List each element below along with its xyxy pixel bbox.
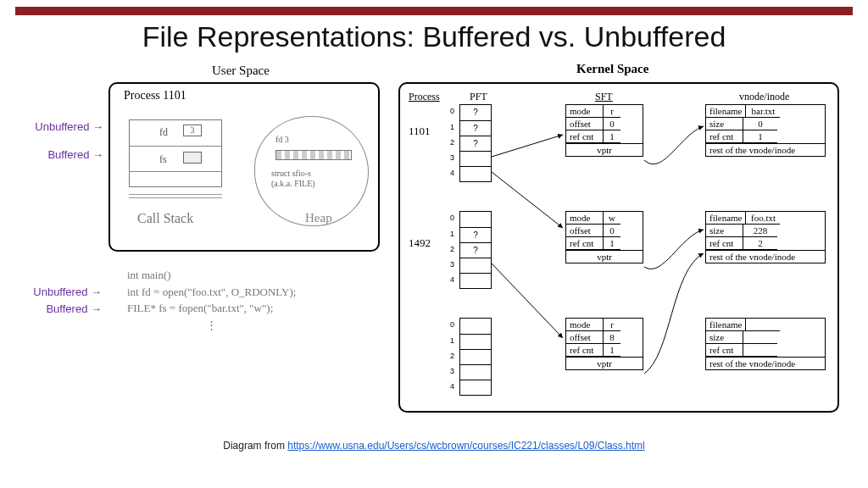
- title-bar: [15, 7, 853, 15]
- hdr-sft: SFT: [595, 91, 613, 103]
- heap-fd-label: fd 3: [275, 135, 289, 144]
- kernel-space-label: Kernel Space: [576, 62, 648, 76]
- slide-title: File Representations: Buffered vs. Unbuf…: [0, 20, 868, 53]
- sft-3: moder offset8 ref cnt1 vptr: [565, 318, 643, 370]
- fs-value-box: [183, 152, 202, 164]
- annot-unbuffered-2: Unbuffered: [25, 286, 102, 298]
- hdr-pft: PFT: [470, 91, 487, 103]
- pft-1101: 0? 1? 2? 3 4: [459, 104, 492, 182]
- hdr-process: Process: [409, 91, 440, 103]
- fd-label: fd: [159, 126, 168, 139]
- svg-line-1: [492, 172, 563, 228]
- annot-buffered-2: Buffered: [25, 302, 102, 315]
- pft-3: 0 1 2 3 4: [459, 318, 492, 396]
- vnode-1: filenamebar.txt size0 ref cnt1 rest of t…: [705, 104, 826, 157]
- diagram-area: User Space Kernel Space Unbuffered Buffe…: [0, 57, 868, 455]
- user-space-label: User Space: [212, 64, 270, 78]
- pid-1492: 1492: [409, 236, 431, 250]
- fd-value-box: 3: [183, 125, 202, 136]
- process-label: Process 1101: [124, 89, 186, 103]
- vnode-2: filenamefoo.txt size228 ref cnt2 rest of…: [705, 211, 826, 263]
- user-space-box: Process 1101 fd 3 fs Call Stack fd 3 str…: [108, 82, 380, 252]
- footer-prefix: Diagram from: [223, 440, 287, 452]
- pid-1101: 1101: [409, 125, 431, 138]
- heap-label: Heap: [305, 211, 332, 225]
- svg-line-0: [492, 135, 563, 157]
- source-footer: Diagram from https://www.usna.edu/Users/…: [0, 440, 868, 452]
- call-stack-label: Call Stack: [137, 211, 193, 226]
- stack-base: [129, 194, 222, 201]
- call-stack-frame: [129, 119, 222, 187]
- sft-1: moder offset0 ref cnt1 vptr: [565, 104, 643, 157]
- heap-struct-label: struct sfio-s(a.k.a. FILE): [271, 169, 315, 189]
- vnode-3: filename size ref cnt rest of the vnode/…: [705, 318, 826, 370]
- annot-unbuffered-1: Unbuffered: [25, 120, 103, 133]
- code-fd: int fd = open("foo.txt", O_RDONLY);: [127, 284, 296, 301]
- code-area: int main() int fd = open("foo.txt", O_RD…: [127, 267, 296, 333]
- sft-2: modew offset0 ref cnt1 vptr: [565, 211, 643, 263]
- pft-1492: 0 1? 2? 3 4: [459, 211, 492, 289]
- hdr-vnode: vnode/inode: [739, 91, 789, 103]
- svg-line-2: [492, 263, 563, 338]
- kernel-space-box: Process PFT SFT vnode/inode 1101 1492 0?…: [398, 82, 839, 413]
- heap-buffer-bar: [275, 150, 352, 160]
- fs-label: fs: [159, 153, 167, 166]
- annot-buffered-1: Buffered: [25, 148, 103, 161]
- code-main: int main(): [127, 267, 296, 284]
- footer-link[interactable]: https://www.usna.edu/Users/cs/wcbrown/co…: [287, 440, 645, 452]
- code-fs: FILE* fs = fopen("bar.txt", "w");: [127, 300, 296, 317]
- code-dots: ⋮: [127, 317, 296, 334]
